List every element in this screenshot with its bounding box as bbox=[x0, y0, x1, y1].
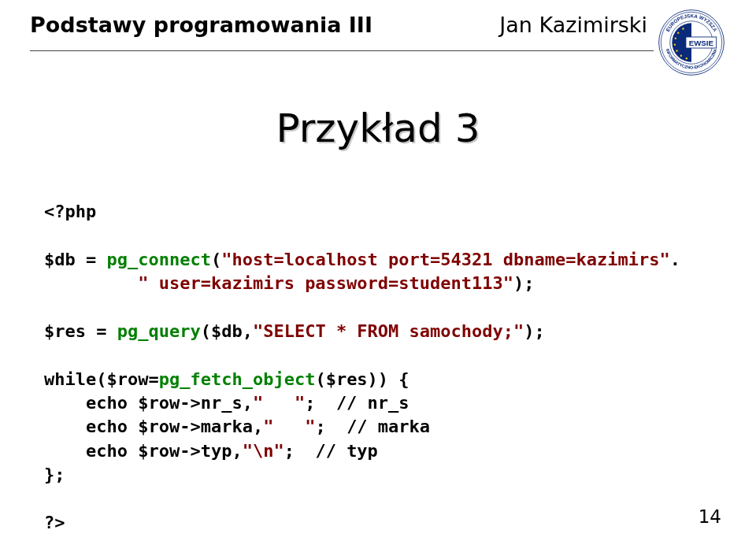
code-l7a: echo $row->typ, bbox=[44, 441, 243, 461]
svg-point-5 bbox=[682, 28, 684, 29]
code-l5-str: " " bbox=[253, 393, 305, 413]
svg-point-8 bbox=[674, 43, 676, 45]
header-divider bbox=[30, 50, 654, 51]
code-l1a: $db = bbox=[44, 250, 106, 269]
author-name: Jan Kazimirski bbox=[499, 13, 647, 37]
code-l3b: ($db, bbox=[201, 321, 253, 341]
code-l5b: ; // nr_s bbox=[305, 393, 409, 413]
code-l3-str: "SELECT * FROM samochody;" bbox=[253, 321, 524, 341]
code-l5a: echo $row->nr_s, bbox=[44, 393, 253, 413]
code-l7-str: "\n" bbox=[243, 441, 284, 461]
svg-point-11 bbox=[686, 57, 687, 59]
code-l6b: ; // marka bbox=[315, 417, 430, 436]
page-number: 14 bbox=[699, 506, 721, 527]
code-l4-fn: pg_fetch_object bbox=[159, 369, 316, 389]
svg-point-7 bbox=[675, 37, 676, 39]
code-l7b: ; // typ bbox=[284, 441, 378, 461]
code-l4a: while($row= bbox=[44, 369, 159, 389]
code-l1-str: "host=localhost port=54321 dbname=kazimi… bbox=[221, 250, 670, 269]
code-l8: }; bbox=[44, 465, 65, 484]
slide-title: Przykład 3 bbox=[0, 106, 756, 151]
logo-badge-text: EWSIE bbox=[689, 39, 714, 47]
code-l3a: $res = bbox=[44, 321, 117, 341]
code-l1b: ( bbox=[211, 250, 221, 269]
code-open-tag: <?php bbox=[44, 202, 96, 221]
code-l6-str: " " bbox=[263, 417, 315, 436]
svg-point-10 bbox=[680, 54, 682, 56]
code-l2-str: " user=kazimirs password=student113" bbox=[44, 273, 513, 293]
course-title: Podstawy programowania III bbox=[30, 13, 372, 37]
code-block: <?php $db = pg_connect("host=localhost p… bbox=[44, 200, 756, 535]
code-l4b: ($res)) { bbox=[315, 369, 409, 389]
svg-point-6 bbox=[677, 31, 679, 33]
code-l2b: ); bbox=[513, 273, 535, 293]
code-l1-fn: pg_connect bbox=[106, 250, 210, 269]
slide-header: Podstawy programowania III Jan Kazimirsk… bbox=[0, 0, 756, 77]
author-logo-group: Jan Kazimirski EUROPEJSKA WYŻSZA INFORMA… bbox=[499, 13, 726, 77]
svg-point-9 bbox=[676, 50, 677, 51]
code-l6a: echo $row->marka, bbox=[44, 417, 263, 436]
code-l3-fn: pg_query bbox=[117, 321, 201, 341]
code-close-tag: ?> bbox=[44, 513, 65, 532]
code-l3c: ); bbox=[524, 321, 545, 341]
code-l1c: . bbox=[670, 250, 680, 269]
school-logo: EUROPEJSKA WYŻSZA INFORMATYCZNO-EKONOMIC… bbox=[657, 8, 726, 77]
